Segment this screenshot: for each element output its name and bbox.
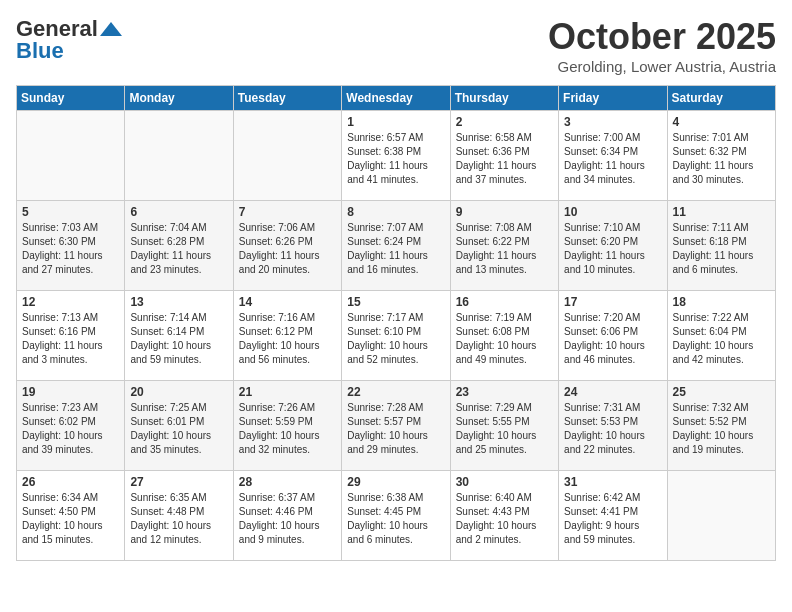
calendar-cell: 5Sunrise: 7:03 AMSunset: 6:30 PMDaylight… — [17, 201, 125, 291]
day-number: 6 — [130, 205, 227, 219]
day-content: Sunrise: 7:19 AMSunset: 6:08 PMDaylight:… — [456, 311, 553, 367]
day-content: Sunrise: 7:06 AMSunset: 6:26 PMDaylight:… — [239, 221, 336, 277]
calendar-cell: 25Sunrise: 7:32 AMSunset: 5:52 PMDayligh… — [667, 381, 775, 471]
calendar-cell: 18Sunrise: 7:22 AMSunset: 6:04 PMDayligh… — [667, 291, 775, 381]
calendar-cell: 24Sunrise: 7:31 AMSunset: 5:53 PMDayligh… — [559, 381, 667, 471]
day-number: 20 — [130, 385, 227, 399]
calendar-cell: 30Sunrise: 6:40 AMSunset: 4:43 PMDayligh… — [450, 471, 558, 561]
calendar-table: SundayMondayTuesdayWednesdayThursdayFrid… — [16, 85, 776, 561]
day-content: Sunrise: 6:34 AMSunset: 4:50 PMDaylight:… — [22, 491, 119, 547]
week-row-1: 1Sunrise: 6:57 AMSunset: 6:38 PMDaylight… — [17, 111, 776, 201]
day-number: 8 — [347, 205, 444, 219]
day-number: 7 — [239, 205, 336, 219]
day-content: Sunrise: 7:17 AMSunset: 6:10 PMDaylight:… — [347, 311, 444, 367]
day-content: Sunrise: 6:38 AMSunset: 4:45 PMDaylight:… — [347, 491, 444, 547]
day-content: Sunrise: 7:32 AMSunset: 5:52 PMDaylight:… — [673, 401, 770, 457]
calendar-cell: 29Sunrise: 6:38 AMSunset: 4:45 PMDayligh… — [342, 471, 450, 561]
logo: General Blue — [16, 16, 122, 64]
svg-marker-0 — [100, 22, 122, 36]
calendar-cell: 19Sunrise: 7:23 AMSunset: 6:02 PMDayligh… — [17, 381, 125, 471]
day-content: Sunrise: 7:00 AMSunset: 6:34 PMDaylight:… — [564, 131, 661, 187]
day-content: Sunrise: 7:31 AMSunset: 5:53 PMDaylight:… — [564, 401, 661, 457]
day-number: 22 — [347, 385, 444, 399]
day-number: 10 — [564, 205, 661, 219]
day-content: Sunrise: 7:20 AMSunset: 6:06 PMDaylight:… — [564, 311, 661, 367]
calendar-header-row: SundayMondayTuesdayWednesdayThursdayFrid… — [17, 86, 776, 111]
calendar-cell: 27Sunrise: 6:35 AMSunset: 4:48 PMDayligh… — [125, 471, 233, 561]
day-content: Sunrise: 7:13 AMSunset: 6:16 PMDaylight:… — [22, 311, 119, 367]
calendar-cell: 22Sunrise: 7:28 AMSunset: 5:57 PMDayligh… — [342, 381, 450, 471]
day-number: 24 — [564, 385, 661, 399]
month-title: October 2025 — [548, 16, 776, 58]
day-header-monday: Monday — [125, 86, 233, 111]
day-content: Sunrise: 7:23 AMSunset: 6:02 PMDaylight:… — [22, 401, 119, 457]
day-number: 29 — [347, 475, 444, 489]
calendar-cell: 31Sunrise: 6:42 AMSunset: 4:41 PMDayligh… — [559, 471, 667, 561]
day-number: 31 — [564, 475, 661, 489]
day-number: 30 — [456, 475, 553, 489]
day-content: Sunrise: 6:57 AMSunset: 6:38 PMDaylight:… — [347, 131, 444, 187]
day-content: Sunrise: 7:28 AMSunset: 5:57 PMDaylight:… — [347, 401, 444, 457]
day-content: Sunrise: 6:42 AMSunset: 4:41 PMDaylight:… — [564, 491, 661, 547]
day-content: Sunrise: 7:04 AMSunset: 6:28 PMDaylight:… — [130, 221, 227, 277]
day-content: Sunrise: 6:37 AMSunset: 4:46 PMDaylight:… — [239, 491, 336, 547]
day-number: 27 — [130, 475, 227, 489]
day-number: 5 — [22, 205, 119, 219]
location-subtitle: Gerolding, Lower Austria, Austria — [548, 58, 776, 75]
day-header-tuesday: Tuesday — [233, 86, 341, 111]
week-row-2: 5Sunrise: 7:03 AMSunset: 6:30 PMDaylight… — [17, 201, 776, 291]
day-number: 1 — [347, 115, 444, 129]
day-number: 15 — [347, 295, 444, 309]
day-number: 17 — [564, 295, 661, 309]
day-content: Sunrise: 7:10 AMSunset: 6:20 PMDaylight:… — [564, 221, 661, 277]
day-number: 19 — [22, 385, 119, 399]
week-row-5: 26Sunrise: 6:34 AMSunset: 4:50 PMDayligh… — [17, 471, 776, 561]
calendar-cell: 12Sunrise: 7:13 AMSunset: 6:16 PMDayligh… — [17, 291, 125, 381]
calendar-cell: 13Sunrise: 7:14 AMSunset: 6:14 PMDayligh… — [125, 291, 233, 381]
calendar-cell: 10Sunrise: 7:10 AMSunset: 6:20 PMDayligh… — [559, 201, 667, 291]
calendar-cell: 15Sunrise: 7:17 AMSunset: 6:10 PMDayligh… — [342, 291, 450, 381]
day-content: Sunrise: 7:22 AMSunset: 6:04 PMDaylight:… — [673, 311, 770, 367]
page-header: General Blue October 2025 Gerolding, Low… — [16, 16, 776, 75]
day-number: 2 — [456, 115, 553, 129]
week-row-4: 19Sunrise: 7:23 AMSunset: 6:02 PMDayligh… — [17, 381, 776, 471]
calendar-cell: 21Sunrise: 7:26 AMSunset: 5:59 PMDayligh… — [233, 381, 341, 471]
day-content: Sunrise: 7:26 AMSunset: 5:59 PMDaylight:… — [239, 401, 336, 457]
calendar-cell: 28Sunrise: 6:37 AMSunset: 4:46 PMDayligh… — [233, 471, 341, 561]
calendar-cell: 26Sunrise: 6:34 AMSunset: 4:50 PMDayligh… — [17, 471, 125, 561]
day-number: 23 — [456, 385, 553, 399]
week-row-3: 12Sunrise: 7:13 AMSunset: 6:16 PMDayligh… — [17, 291, 776, 381]
logo-blue: Blue — [16, 38, 64, 64]
day-number: 14 — [239, 295, 336, 309]
calendar-cell: 16Sunrise: 7:19 AMSunset: 6:08 PMDayligh… — [450, 291, 558, 381]
day-number: 25 — [673, 385, 770, 399]
day-number: 16 — [456, 295, 553, 309]
calendar-cell: 6Sunrise: 7:04 AMSunset: 6:28 PMDaylight… — [125, 201, 233, 291]
day-content: Sunrise: 7:29 AMSunset: 5:55 PMDaylight:… — [456, 401, 553, 457]
day-number: 4 — [673, 115, 770, 129]
calendar-cell — [667, 471, 775, 561]
day-number: 9 — [456, 205, 553, 219]
day-content: Sunrise: 7:07 AMSunset: 6:24 PMDaylight:… — [347, 221, 444, 277]
day-content: Sunrise: 6:58 AMSunset: 6:36 PMDaylight:… — [456, 131, 553, 187]
day-number: 12 — [22, 295, 119, 309]
day-number: 18 — [673, 295, 770, 309]
calendar-cell — [125, 111, 233, 201]
day-content: Sunrise: 7:25 AMSunset: 6:01 PMDaylight:… — [130, 401, 227, 457]
calendar-cell: 9Sunrise: 7:08 AMSunset: 6:22 PMDaylight… — [450, 201, 558, 291]
calendar-cell: 20Sunrise: 7:25 AMSunset: 6:01 PMDayligh… — [125, 381, 233, 471]
day-header-thursday: Thursday — [450, 86, 558, 111]
day-content: Sunrise: 7:14 AMSunset: 6:14 PMDaylight:… — [130, 311, 227, 367]
calendar-cell: 4Sunrise: 7:01 AMSunset: 6:32 PMDaylight… — [667, 111, 775, 201]
title-block: October 2025 Gerolding, Lower Austria, A… — [548, 16, 776, 75]
day-content: Sunrise: 7:03 AMSunset: 6:30 PMDaylight:… — [22, 221, 119, 277]
day-header-friday: Friday — [559, 86, 667, 111]
day-header-sunday: Sunday — [17, 86, 125, 111]
logo-icon — [100, 22, 122, 36]
day-content: Sunrise: 7:16 AMSunset: 6:12 PMDaylight:… — [239, 311, 336, 367]
day-number: 11 — [673, 205, 770, 219]
calendar-cell: 7Sunrise: 7:06 AMSunset: 6:26 PMDaylight… — [233, 201, 341, 291]
day-content: Sunrise: 7:11 AMSunset: 6:18 PMDaylight:… — [673, 221, 770, 277]
day-content: Sunrise: 6:35 AMSunset: 4:48 PMDaylight:… — [130, 491, 227, 547]
day-content: Sunrise: 7:08 AMSunset: 6:22 PMDaylight:… — [456, 221, 553, 277]
